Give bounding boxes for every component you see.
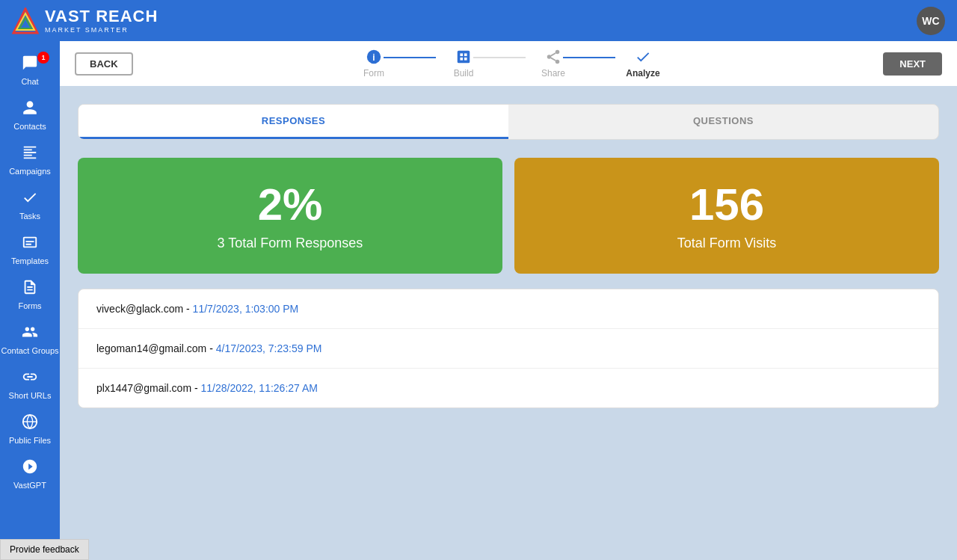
campaigns-icon	[22, 144, 38, 164]
tasks-icon	[22, 189, 38, 209]
response-list: viveck@glack.com - 11/7/2023, 1:03:00 PM…	[78, 289, 939, 408]
chat-badge: 1	[37, 52, 49, 64]
contacts-icon	[22, 99, 38, 120]
response-email-2: plx1447@gmail.com	[96, 382, 191, 394]
chat-icon	[22, 55, 38, 75]
svg-rect-6	[458, 51, 470, 64]
sidebar-item-contacts[interactable]: Contacts	[0, 92, 60, 137]
sidebar-item-public-files[interactable]: Public Files	[0, 406, 60, 451]
response-date-1: 4/17/2023, 7:23:59 PM	[216, 342, 322, 354]
stat-card-responses: 2% 3 Total Form Responses	[78, 158, 502, 274]
logo-area: VAST REACH MARKET SMARTER	[12, 7, 158, 34]
sidebar-campaigns-label: Campaigns	[9, 167, 51, 176]
share-step-icon	[545, 49, 561, 65]
response-email-1: legoman14@gmail.com	[96, 342, 206, 354]
response-item[interactable]: plx1447@gmail.com - 11/28/2022, 11:26:27…	[79, 369, 938, 407]
step-bar: BACK i Form Build Share Analyze NEXT	[60, 41, 957, 86]
form-step-icon: i	[366, 49, 382, 65]
response-separator-1: -	[209, 342, 216, 354]
response-email-0: viveck@glack.com	[96, 303, 183, 315]
sidebar-short-urls-label: Short URLs	[9, 391, 52, 400]
templates-icon	[22, 234, 38, 254]
response-item[interactable]: legoman14@gmail.com - 4/17/2023, 7:23:59…	[79, 329, 938, 369]
svg-line-14	[551, 58, 556, 61]
sidebar-item-templates[interactable]: Templates	[0, 227, 60, 271]
sidebar-contacts-label: Contacts	[13, 122, 46, 131]
tab-questions[interactable]: QUESTIONS	[508, 105, 938, 139]
step-share[interactable]: Share	[508, 49, 598, 79]
back-button[interactable]: BACK	[75, 52, 133, 76]
step-form-label: Form	[363, 68, 384, 79]
step-build-label: Build	[454, 68, 474, 79]
sidebar: 1 Chat Contacts Campaigns Tasks Template…	[0, 41, 60, 560]
tabs-container: RESPONSES QUESTIONS	[78, 104, 939, 140]
step-analyze-label: Analyze	[626, 68, 659, 79]
brand-name: VAST REACH	[45, 7, 158, 25]
sidebar-item-campaigns[interactable]: Campaigns	[0, 137, 60, 182]
stat-responses-percent: 2%	[258, 180, 323, 230]
tab-responses[interactable]: RESPONSES	[79, 105, 508, 139]
svg-rect-7	[460, 53, 463, 56]
sidebar-item-vastgpt[interactable]: VastGPT	[0, 451, 60, 496]
next-button[interactable]: NEXT	[883, 52, 942, 76]
svg-point-13	[556, 60, 560, 64]
svg-line-15	[551, 53, 556, 56]
response-item[interactable]: viveck@glack.com - 11/7/2023, 1:03:00 PM	[79, 289, 938, 329]
svg-rect-8	[464, 53, 467, 56]
step-analyze[interactable]: Analyze	[598, 49, 688, 79]
sidebar-item-short-urls[interactable]: Short URLs	[0, 361, 60, 406]
stats-row: 2% 3 Total Form Responses 156 Total Form…	[78, 158, 939, 274]
contact-groups-icon	[22, 324, 38, 344]
stat-visits-count: 156	[689, 180, 764, 230]
svg-point-11	[556, 50, 560, 55]
forms-icon	[22, 279, 38, 299]
steps-container: i Form Build Share Analyze	[329, 49, 688, 79]
sidebar-item-chat[interactable]: 1 Chat	[0, 47, 60, 92]
sidebar-contact-groups-label: Contact Groups	[1, 346, 58, 355]
sidebar-chat-label: Chat	[21, 77, 38, 86]
svg-text:i: i	[372, 52, 375, 63]
svg-rect-9	[460, 58, 463, 61]
sidebar-item-tasks[interactable]: Tasks	[0, 182, 60, 227]
response-date-0: 11/7/2023, 1:03:00 PM	[193, 303, 299, 315]
analyze-step-icon	[635, 49, 651, 65]
svg-rect-10	[464, 58, 467, 61]
short-urls-icon	[22, 369, 38, 389]
sidebar-templates-label: Templates	[11, 256, 49, 265]
sidebar-forms-label: Forms	[18, 301, 41, 310]
response-separator-0: -	[186, 303, 193, 315]
stat-card-visits: 156 Total Form Visits	[514, 158, 939, 274]
stat-responses-label: 3 Total Form Responses	[218, 236, 363, 251]
user-avatar-button[interactable]: WC	[917, 7, 945, 35]
sidebar-public-files-label: Public Files	[9, 436, 51, 445]
logo-icon	[12, 7, 39, 34]
response-separator-2: -	[194, 382, 201, 394]
sidebar-item-forms[interactable]: Forms	[0, 271, 60, 316]
response-date-2: 11/28/2022, 11:26:27 AM	[201, 382, 318, 394]
brand-tagline: MARKET SMARTER	[45, 26, 158, 34]
sidebar-vastgpt-label: VastGPT	[13, 481, 46, 490]
vastgpt-icon	[22, 458, 38, 479]
step-share-label: Share	[541, 68, 565, 79]
svg-point-12	[547, 55, 552, 59]
sidebar-item-contact-groups[interactable]: Contact Groups	[0, 316, 60, 361]
build-step-icon	[455, 49, 472, 65]
step-form[interactable]: i Form	[329, 49, 419, 79]
feedback-button[interactable]: Provide feedback	[0, 539, 89, 560]
main-content: RESPONSES QUESTIONS 2% 3 Total Form Resp…	[60, 86, 957, 560]
stat-visits-label: Total Form Visits	[677, 236, 777, 251]
step-build[interactable]: Build	[419, 49, 508, 79]
sidebar-tasks-label: Tasks	[19, 212, 40, 221]
top-navbar: VAST REACH MARKET SMARTER WC	[0, 0, 957, 41]
public-files-icon	[22, 413, 38, 434]
